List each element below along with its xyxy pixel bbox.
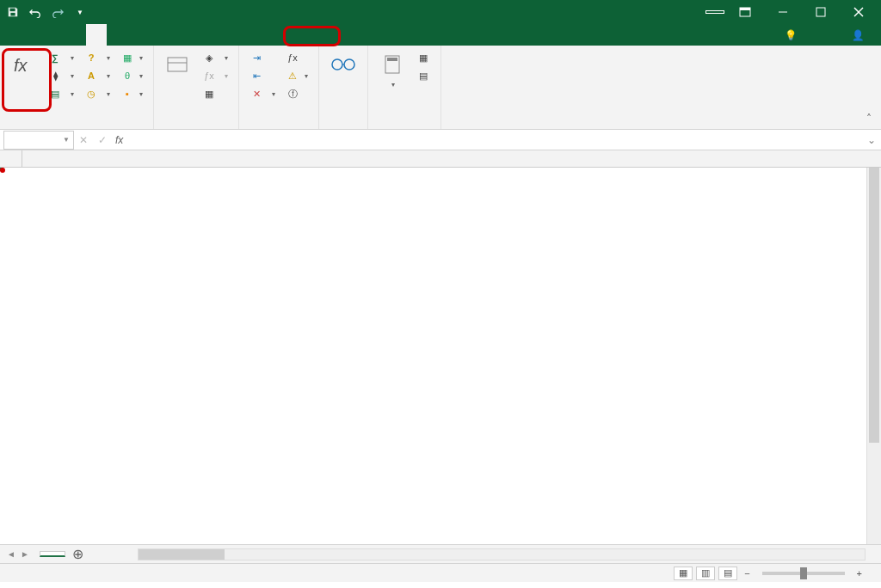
redo-icon[interactable] bbox=[50, 4, 65, 20]
warn-icon: ⚠ bbox=[286, 69, 299, 83]
svg-rect-0 bbox=[10, 9, 15, 12]
zoom-out-button[interactable]: − bbox=[741, 568, 753, 579]
name-mgr-icon bbox=[164, 51, 192, 78]
calc-now-button[interactable]: ▦ bbox=[413, 49, 434, 66]
fx-small-icon: ƒx bbox=[202, 69, 216, 83]
group-library-label bbox=[7, 126, 146, 127]
financial-button[interactable]: ▤ bbox=[45, 85, 77, 102]
calc-options-button[interactable] bbox=[375, 49, 410, 91]
trace-precedents-button[interactable]: ⇥ bbox=[246, 49, 279, 66]
tag-icon: ◈ bbox=[202, 51, 216, 64]
tab-review[interactable] bbox=[127, 24, 148, 46]
horizontal-scrollbar[interactable] bbox=[138, 548, 866, 560]
show-formulas-button[interactable]: ƒx bbox=[282, 49, 311, 66]
trace-dependents-button[interactable]: ⇤ bbox=[246, 67, 279, 84]
svg-rect-5 bbox=[816, 8, 825, 16]
grid-icon: ▦ bbox=[202, 87, 216, 101]
math-button[interactable]: θ bbox=[117, 67, 146, 84]
text-button[interactable]: A bbox=[81, 67, 114, 84]
minimize-icon[interactable] bbox=[766, 0, 800, 24]
glasses-icon bbox=[330, 51, 357, 78]
maximize-icon[interactable] bbox=[804, 0, 838, 24]
calc-sheet-button[interactable]: ▤ bbox=[413, 67, 434, 84]
lookup-icon: ▦ bbox=[120, 51, 134, 64]
menu-bar: 💡 👤 bbox=[0, 24, 881, 46]
title-bar: ▼ bbox=[0, 0, 881, 24]
fx-icon: fx bbox=[10, 51, 38, 78]
tab-view[interactable] bbox=[148, 24, 169, 46]
group-names-label bbox=[161, 126, 231, 127]
share-icon: 👤 bbox=[852, 29, 864, 41]
add-sheet-button[interactable]: ⊕ bbox=[69, 546, 86, 563]
remove-arrows-button[interactable]: ✕ bbox=[246, 85, 279, 102]
more-fn-button[interactable]: ▪ bbox=[117, 85, 146, 102]
group-audit-label bbox=[246, 126, 311, 127]
view-normal-icon[interactable]: ▦ bbox=[674, 567, 693, 580]
lookup-button[interactable]: ▦ bbox=[117, 49, 146, 66]
zoom-slider[interactable] bbox=[762, 572, 845, 575]
formula-input[interactable] bbox=[126, 131, 862, 150]
tab-home[interactable] bbox=[24, 24, 45, 46]
use-in-formula-button[interactable]: ƒx▾ bbox=[199, 67, 231, 84]
worksheet-grid[interactable] bbox=[0, 150, 881, 544]
vertical-scrollbar[interactable] bbox=[866, 168, 881, 544]
text-icon: A bbox=[84, 69, 98, 83]
zoom-thumb[interactable] bbox=[800, 567, 807, 579]
ribbon-options-icon[interactable] bbox=[728, 0, 762, 24]
datetime-button[interactable]: ◷ bbox=[81, 85, 114, 102]
star-icon: ⧫ bbox=[48, 69, 62, 83]
sheet-tab[interactable] bbox=[40, 551, 65, 557]
create-from-selection-button[interactable]: ▦ bbox=[199, 85, 231, 102]
enter-icon[interactable]: ✓ bbox=[93, 131, 112, 150]
theta-icon: θ bbox=[120, 69, 134, 83]
money-icon: ▤ bbox=[48, 87, 62, 101]
watch-window-button[interactable] bbox=[326, 49, 360, 82]
sheet-prev-icon[interactable]: ◄ bbox=[5, 548, 17, 560]
svg-rect-1 bbox=[10, 13, 15, 16]
cancel-icon[interactable]: ✕ bbox=[74, 131, 93, 150]
dep-icon: ⇤ bbox=[250, 69, 263, 83]
close-icon[interactable] bbox=[841, 0, 876, 24]
logical-icon: ? bbox=[84, 51, 98, 64]
save-icon[interactable] bbox=[5, 4, 21, 20]
svg-rect-3 bbox=[740, 8, 750, 10]
fx-icon-small[interactable]: fx bbox=[112, 134, 126, 146]
fx-tiny-icon: ƒx bbox=[286, 51, 299, 64]
tab-help[interactable] bbox=[169, 24, 189, 46]
qat-customize-icon[interactable]: ▼ bbox=[72, 4, 88, 20]
svg-rect-9 bbox=[168, 58, 187, 71]
zoom-in-button[interactable]: + bbox=[853, 568, 866, 579]
svg-point-11 bbox=[332, 59, 342, 70]
ribbon: fx ∑ ⧫ ▤ ? A ◷ ▦ θ ▪ bbox=[0, 46, 881, 130]
recent-button[interactable]: ⧫ bbox=[45, 67, 77, 84]
name-box[interactable]: ▼ bbox=[3, 131, 74, 150]
tab-data[interactable] bbox=[107, 24, 127, 46]
vscroll-thumb[interactable] bbox=[869, 168, 879, 443]
select-all-cell[interactable] bbox=[0, 150, 22, 167]
view-break-icon[interactable]: ▤ bbox=[718, 567, 737, 580]
tab-layout[interactable] bbox=[65, 24, 86, 46]
prec-icon: ⇥ bbox=[250, 51, 263, 64]
error-check-button[interactable]: ⚠ bbox=[282, 67, 311, 84]
tab-formulas[interactable] bbox=[86, 24, 107, 46]
autosum-button[interactable]: ∑ bbox=[45, 49, 77, 66]
name-manager-button[interactable] bbox=[161, 49, 195, 82]
status-bar: ▦ ▥ ▤ − + bbox=[0, 563, 881, 582]
define-name-button[interactable]: ◈ bbox=[199, 49, 231, 66]
calc-icon bbox=[379, 51, 406, 78]
group-watch-label bbox=[326, 126, 360, 127]
login-button[interactable] bbox=[705, 10, 724, 14]
fx-eval-icon: ⓕ bbox=[286, 87, 299, 101]
tab-insert[interactable] bbox=[45, 24, 65, 46]
evaluate-button[interactable]: ⓕ bbox=[282, 85, 311, 102]
insert-function-button[interactable]: fx bbox=[7, 49, 41, 82]
expand-formula-icon[interactable]: ⌄ bbox=[862, 134, 881, 146]
view-page-icon[interactable]: ▥ bbox=[696, 567, 715, 580]
sheet-next-icon[interactable]: ► bbox=[19, 548, 31, 560]
logical-button[interactable]: ? bbox=[81, 49, 114, 66]
tab-file[interactable] bbox=[3, 24, 24, 46]
collapse-ribbon-icon[interactable]: ˄ bbox=[862, 112, 876, 126]
undo-icon[interactable] bbox=[28, 4, 43, 20]
hscroll-thumb[interactable] bbox=[139, 549, 225, 560]
sheet-tab-bar: ◄ ► ⊕ bbox=[0, 544, 881, 563]
